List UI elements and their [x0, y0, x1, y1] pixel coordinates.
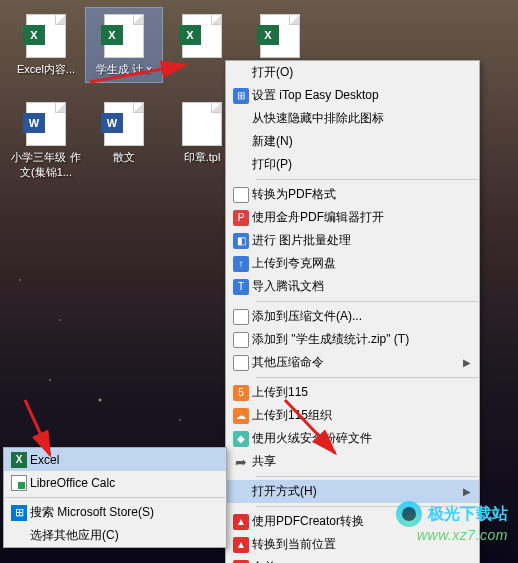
file-label: 小学三年级 作文(集锦1... — [10, 150, 82, 179]
excel-icon: X — [101, 25, 123, 45]
file-label: 印章.tpl — [184, 150, 221, 164]
cloud-upload-icon: ↑ — [233, 256, 249, 272]
file-student-score[interactable]: X 学生成 计.x — [86, 8, 162, 82]
pdfcreator-icon: ▲ — [233, 560, 249, 564]
menu-add-zip[interactable]: ▭添加到 "学生成绩统计.zip" (T) — [226, 328, 479, 351]
chevron-right-icon: ▶ — [463, 486, 471, 497]
file-label: 散文 — [113, 150, 135, 164]
menu-upload-kuake[interactable]: ↑上传到夸克网盘 — [226, 252, 479, 275]
pdf-editor-icon: P — [233, 210, 249, 226]
watermark-logo-icon — [396, 501, 422, 527]
menu-import-tencent[interactable]: T导入腾讯文档 — [226, 275, 479, 298]
submenu-libreoffice[interactable]: LibreOffice Calc — [4, 471, 226, 494]
excel-icon: X — [179, 25, 201, 45]
chevron-right-icon: ▶ — [463, 357, 471, 368]
tencent-doc-icon: T — [233, 279, 249, 295]
excel-app-icon: X — [11, 452, 27, 468]
pdfcreator-icon: ▲ — [233, 514, 249, 530]
submenu-search-store[interactable]: ⊞搜索 Microsoft Store(S) — [4, 501, 226, 524]
word-icon: W — [101, 113, 123, 133]
file-label: 学生成 计.x — [96, 62, 152, 76]
file-essay-grade3[interactable]: W 小学三年级 作文(集锦1... — [8, 96, 84, 185]
submenu-choose-app[interactable]: 选择其他应用(C) — [4, 524, 226, 547]
libreoffice-calc-icon — [11, 475, 27, 491]
compress-icon: ▭ — [233, 355, 249, 371]
menu-other-compress[interactable]: ▭其他压缩命令▶ — [226, 351, 479, 374]
menu-itop[interactable]: ⊞设置 iTop Easy Desktop — [226, 84, 479, 107]
menu-open[interactable]: 打开(O) — [226, 61, 479, 84]
archive-icon: ▭ — [233, 309, 249, 325]
zip-icon: ▭ — [233, 332, 249, 348]
watermark: 极光下载站 www.xz7.com — [396, 501, 508, 543]
menu-add-archive[interactable]: ▭添加到压缩文件(A)... — [226, 305, 479, 328]
115-org-icon: ☁ — [233, 408, 249, 424]
excel-icon: X — [257, 25, 279, 45]
shield-icon: ◆ — [233, 431, 249, 447]
menu-upload-115[interactable]: 5上传到115 — [226, 381, 479, 404]
context-menu: 打开(O) ⊞设置 iTop Easy Desktop 从快速隐藏中排除此图标 … — [225, 60, 480, 563]
page-icon — [233, 187, 249, 203]
open-with-submenu: XExcel LibreOffice Calc ⊞搜索 Microsoft St… — [3, 447, 227, 548]
menu-new[interactable]: 新建(N) — [226, 130, 479, 153]
menu-image-batch[interactable]: ◧进行 图片批量处理 — [226, 229, 479, 252]
watermark-url: www.xz7.com — [396, 527, 508, 543]
ms-store-icon: ⊞ — [11, 505, 27, 521]
word-icon: W — [23, 113, 45, 133]
menu-jinzhou-pdf[interactable]: P使用金舟PDF编辑器打开 — [226, 206, 479, 229]
115-icon: 5 — [233, 385, 249, 401]
menu-exclude-hide[interactable]: 从快速隐藏中排除此图标 — [226, 107, 479, 130]
menu-merge[interactable]: ▲合并 — [226, 556, 479, 563]
file-prose[interactable]: W 散文 — [86, 96, 162, 185]
file-label: Excel内容... — [17, 62, 75, 76]
menu-share[interactable]: ➦共享 — [226, 450, 479, 473]
submenu-excel[interactable]: XExcel — [4, 448, 226, 471]
menu-print[interactable]: 打印(P) — [226, 153, 479, 176]
image-batch-icon: ◧ — [233, 233, 249, 249]
share-icon: ➦ — [233, 454, 249, 470]
menu-shred[interactable]: ◆使用火绒安全粉碎文件 — [226, 427, 479, 450]
menu-open-with[interactable]: 打开方式(H)▶ — [226, 480, 479, 503]
itop-icon: ⊞ — [233, 88, 249, 104]
excel-icon: X — [23, 25, 45, 45]
watermark-title: 极光下载站 — [428, 504, 508, 525]
pdfcreator-icon: ▲ — [233, 537, 249, 553]
file-excel-content[interactable]: X Excel内容... — [8, 8, 84, 82]
menu-upload-115org[interactable]: ☁上传到115组织 — [226, 404, 479, 427]
menu-convert-pdf[interactable]: 转换为PDF格式 — [226, 183, 479, 206]
